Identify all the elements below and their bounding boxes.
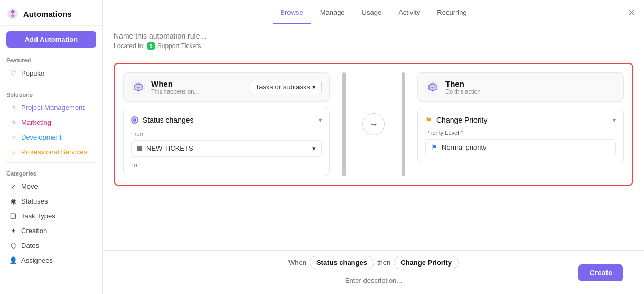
sidebar-scroll: Featured ♡ Popular Solutions ○ Project M… <box>0 53 102 294</box>
flag-icon: ⚑ <box>425 116 432 124</box>
nav-tabs: Browse Manage Usage Activity Recurring <box>114 2 633 23</box>
status-square-icon <box>137 146 142 151</box>
action-detail-row: ⚑ Change Priority ▾ <box>425 116 616 124</box>
automation-canvas: When This happens on... Tasks or subtask… <box>114 63 633 186</box>
when-block-info: When This happens on... <box>151 79 199 95</box>
from-value: NEW TICKETS <box>146 144 193 152</box>
create-button[interactable]: Create <box>578 264 623 281</box>
status-icon: ◉ <box>10 198 17 205</box>
trigger-detail-row: Status changes ▾ <box>131 116 322 124</box>
move-icon: ⤢ <box>10 183 17 190</box>
sidebar-item-label: Creation <box>21 227 47 235</box>
priority-flag-icon: ⚑ <box>431 143 437 151</box>
when-logo-icon <box>131 80 146 95</box>
sidebar-item-project-management[interactable]: ○ Project Management <box>3 100 99 115</box>
priority-value-text: Normal priority <box>442 143 487 151</box>
then-subtitle: Do this action <box>445 88 481 95</box>
automation-location: Located in: S Support Tickets <box>114 42 633 50</box>
priority-level-label: Priority Level * <box>425 130 616 136</box>
sidebar-item-task-types[interactable]: ❑ Task Types <box>3 209 99 223</box>
location-name: Support Tickets <box>157 42 201 50</box>
required-star: * <box>459 130 463 136</box>
tab-browse[interactable]: Browse <box>273 2 310 24</box>
circle-icon: ○ <box>10 119 17 126</box>
top-nav: Browse Manage Usage Activity Recurring ✕ <box>103 0 644 25</box>
sidebar: Automations Add Automation Featured ♡ Po… <box>0 0 103 294</box>
bottom-actions: Create <box>114 272 633 289</box>
arrow-icon: → <box>362 113 385 135</box>
sidebar-item-label: Statuses <box>21 197 48 205</box>
section-label-categories: Categories <box>0 166 102 179</box>
bottom-bar: When Status changes then Change Priority… <box>103 250 644 294</box>
to-label: To <box>131 162 322 168</box>
chevron-down-icon[interactable]: ▾ <box>319 116 322 124</box>
divider <box>6 162 96 163</box>
vertical-divider-2 <box>402 72 405 176</box>
tab-activity[interactable]: Activity <box>391 2 427 24</box>
close-button[interactable]: ✕ <box>628 8 636 17</box>
add-automation-button[interactable]: Add Automation <box>6 31 96 48</box>
tab-manage[interactable]: Manage <box>313 2 352 24</box>
tasks-dropdown-label: Tasks or subtasks <box>256 83 310 91</box>
action-section: Then Do this action ⚑ Change Priority ▾ <box>417 72 624 176</box>
from-dropdown[interactable]: NEW TICKETS ▾ <box>131 140 322 157</box>
location-icon: S <box>147 42 155 50</box>
when-block-header: When This happens on... Tasks or subtask… <box>123 72 330 102</box>
tab-recurring[interactable]: Recurring <box>430 2 474 24</box>
sidebar-item-move[interactable]: ⤢ Move <box>3 179 99 194</box>
trigger-label-text: Status changes <box>143 116 194 124</box>
then-block-info: Then Do this action <box>445 79 481 95</box>
action-label-text: Change Priority <box>436 116 488 124</box>
sidebar-item-label: Popular <box>21 69 45 77</box>
sidebar-item-label: Move <box>21 182 38 190</box>
sidebar-item-assignees[interactable]: 👤 Assignees <box>3 253 99 268</box>
vertical-divider <box>342 72 346 176</box>
sidebar-item-development[interactable]: ○ Development <box>3 130 99 144</box>
when-title: When <box>151 79 199 88</box>
sidebar-item-label: Marketing <box>21 118 51 126</box>
sidebar-item-popular[interactable]: ♡ Popular <box>3 66 99 80</box>
summary-row: When Status changes then Change Priority <box>288 256 459 269</box>
action-detail-block: ⚑ Change Priority ▾ Priority Level * ⚑ N… <box>417 108 624 163</box>
tab-usage[interactable]: Usage <box>354 2 389 24</box>
sidebar-item-dates[interactable]: ⬡ Dates <box>3 238 99 253</box>
from-section: From NEW TICKETS ▾ To <box>131 131 322 168</box>
radio-dot-icon <box>131 116 138 124</box>
trigger-chip[interactable]: Status changes <box>310 256 374 269</box>
assignees-icon: 👤 <box>10 257 17 264</box>
main-content: Browse Manage Usage Activity Recurring ✕… <box>103 0 644 294</box>
trigger-section: When This happens on... Tasks or subtask… <box>123 72 330 176</box>
divider <box>6 84 96 84</box>
circle-icon: ○ <box>10 149 17 156</box>
sidebar-item-professional-services[interactable]: ○ Professional Services <box>3 145 99 159</box>
arrow-section: → <box>358 72 389 176</box>
dates-icon: ⬡ <box>10 242 17 250</box>
sidebar-item-label: Dates <box>21 242 39 250</box>
trigger-label: Status changes <box>131 116 194 124</box>
when-subtitle: This happens on... <box>151 88 199 95</box>
chevron-down-icon[interactable]: ▾ <box>613 116 616 124</box>
then-title: Then <box>445 79 481 88</box>
tasks-dropdown[interactable]: Tasks or subtasks ▾ <box>250 80 322 94</box>
sidebar-item-label: Assignees <box>21 256 53 264</box>
sidebar-item-statuses[interactable]: ◉ Statuses <box>3 194 99 208</box>
section-label-solutions: Solutions <box>0 87 102 100</box>
sidebar-item-label: Task Types <box>21 212 55 220</box>
then-label: then <box>377 259 390 267</box>
action-label-row: ⚑ Change Priority <box>425 116 488 124</box>
then-block-header: Then Do this action <box>417 72 624 102</box>
automation-name-bar: Located in: S Support Tickets <box>103 25 644 54</box>
when-label: When <box>288 259 306 267</box>
sidebar-header: Automations <box>0 0 102 26</box>
then-logo-icon <box>425 80 440 95</box>
canvas-area: When This happens on... Tasks or subtask… <box>103 54 644 250</box>
automation-name-input[interactable] <box>114 32 633 40</box>
creation-icon: ✦ <box>10 227 17 235</box>
sidebar-item-marketing[interactable]: ○ Marketing <box>3 115 99 130</box>
app-title: Automations <box>23 10 72 19</box>
section-label-featured: Featured <box>0 53 102 66</box>
priority-value[interactable]: ⚑ Normal priority <box>425 139 616 155</box>
action-chip[interactable]: Change Priority <box>394 256 459 269</box>
description-input[interactable] <box>329 277 418 284</box>
sidebar-item-creation[interactable]: ✦ Creation <box>3 224 99 238</box>
